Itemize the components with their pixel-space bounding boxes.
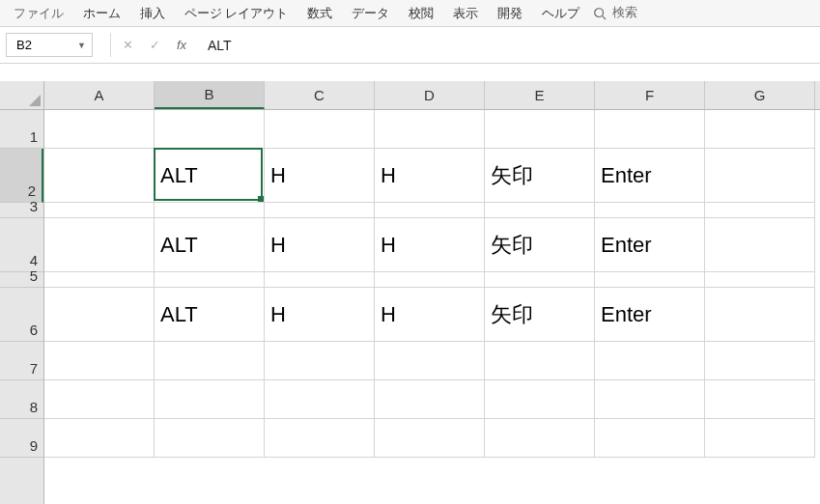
formula-input[interactable]: ALT	[198, 33, 814, 57]
tab-home[interactable]: ホーム	[73, 0, 130, 27]
cell-A2[interactable]	[44, 149, 155, 203]
cell-C8[interactable]	[265, 380, 375, 419]
tab-developer[interactable]: 開発	[488, 0, 532, 27]
cell-E6[interactable]: 矢印	[485, 288, 595, 342]
cell-C4[interactable]: H	[265, 218, 375, 272]
cell-F2[interactable]: Enter	[595, 149, 705, 203]
cell-B2[interactable]: ALT	[155, 149, 265, 203]
cell-B1[interactable]	[155, 110, 265, 149]
tab-formulas[interactable]: 数式	[297, 0, 342, 27]
cell-D8[interactable]	[375, 380, 485, 419]
cell-E3[interactable]	[485, 203, 595, 218]
row-header-8[interactable]: 8	[0, 380, 43, 419]
cell-C5[interactable]	[265, 272, 375, 288]
cell-F5[interactable]	[595, 272, 705, 288]
name-box-dropdown-icon[interactable]: ▼	[77, 41, 86, 50]
cell-E8[interactable]	[485, 380, 595, 419]
column-header-G[interactable]: G	[705, 81, 815, 109]
cell-F3[interactable]	[595, 203, 705, 218]
cell-F8[interactable]	[595, 380, 705, 419]
cell-F1[interactable]	[595, 110, 705, 149]
cell-D4[interactable]: H	[375, 218, 485, 272]
cell-E5[interactable]	[485, 272, 595, 288]
row-header-7[interactable]: 7	[0, 342, 43, 380]
cell-G1[interactable]	[705, 110, 815, 149]
table-row	[44, 342, 820, 380]
tab-help[interactable]: ヘルプ	[532, 0, 589, 27]
cell-D2[interactable]: H	[375, 149, 485, 203]
cell-B6[interactable]: ALT	[155, 288, 265, 342]
cell-A5[interactable]	[44, 272, 155, 288]
cell-D7[interactable]	[375, 342, 485, 380]
cell-E7[interactable]	[485, 342, 595, 380]
tab-review[interactable]: 校閲	[399, 0, 443, 27]
cell-B8[interactable]	[155, 380, 265, 419]
cell-F7[interactable]	[595, 342, 705, 380]
cell-E4[interactable]: 矢印	[485, 218, 595, 272]
cell-B7[interactable]	[155, 342, 265, 380]
cell-G5[interactable]	[705, 272, 815, 288]
tab-data[interactable]: データ	[342, 0, 399, 27]
formula-enter-button[interactable]: ✓	[146, 37, 163, 54]
insert-function-button[interactable]: fx	[173, 37, 190, 54]
row-header-9[interactable]: 9	[0, 419, 43, 458]
column-header-D[interactable]: D	[375, 81, 485, 109]
ribbon-tabs: ファイル ホーム 挿入 ページ レイアウト 数式 データ 校閲 表示 開発 ヘル…	[0, 0, 820, 27]
row-header-3[interactable]: 3	[0, 203, 43, 218]
row-header-1[interactable]: 1	[0, 110, 43, 149]
cell-E1[interactable]	[485, 110, 595, 149]
cell-A4[interactable]	[44, 218, 155, 272]
cell-C1[interactable]	[265, 110, 375, 149]
cell-F4[interactable]: Enter	[595, 218, 705, 272]
row-header-5[interactable]: 5	[0, 272, 43, 288]
cell-C6[interactable]: H	[265, 288, 375, 342]
cell-D6[interactable]: H	[375, 288, 485, 342]
row-header-6[interactable]: 6	[0, 288, 43, 342]
column-header-E[interactable]: E	[485, 81, 595, 109]
cell-A9[interactable]	[44, 419, 155, 458]
cell-C3[interactable]	[265, 203, 375, 218]
row-header-4[interactable]: 4	[0, 218, 43, 272]
cell-B4[interactable]: ALT	[155, 218, 265, 272]
column-header-F[interactable]: F	[595, 81, 705, 109]
cell-C7[interactable]	[265, 342, 375, 380]
cell-A3[interactable]	[44, 203, 155, 218]
cell-G2[interactable]	[705, 149, 815, 203]
tab-file[interactable]: ファイル	[4, 0, 73, 27]
column-header-B[interactable]: B	[155, 81, 265, 109]
cell-A1[interactable]	[44, 110, 155, 149]
cell-D9[interactable]	[375, 419, 485, 458]
table-row: ALTHH矢印Enter	[44, 288, 820, 342]
tab-view[interactable]: 表示	[443, 0, 488, 27]
cell-G3[interactable]	[705, 203, 815, 218]
select-all-corner[interactable]	[0, 81, 44, 110]
cell-G8[interactable]	[705, 380, 815, 419]
cell-F9[interactable]	[595, 419, 705, 458]
cell-C9[interactable]	[265, 419, 375, 458]
cell-D1[interactable]	[375, 110, 485, 149]
cell-E2[interactable]: 矢印	[485, 149, 595, 203]
cell-B9[interactable]	[155, 419, 265, 458]
cell-D3[interactable]	[375, 203, 485, 218]
cell-G4[interactable]	[705, 218, 815, 272]
formula-cancel-button[interactable]: ✕	[119, 37, 136, 54]
cell-D5[interactable]	[375, 272, 485, 288]
cell-E9[interactable]	[485, 419, 595, 458]
tell-me-search[interactable]: 検索	[593, 5, 637, 21]
tab-page-layout[interactable]: ページ レイアウト	[175, 0, 297, 27]
cell-G7[interactable]	[705, 342, 815, 380]
cell-G9[interactable]	[705, 419, 815, 458]
row-header-2[interactable]: 2	[0, 149, 43, 203]
cell-A8[interactable]	[44, 380, 155, 419]
column-header-C[interactable]: C	[265, 81, 375, 109]
name-box[interactable]: B2 ▼	[6, 33, 93, 57]
cell-F6[interactable]: Enter	[595, 288, 705, 342]
column-header-A[interactable]: A	[44, 81, 155, 109]
cell-B5[interactable]	[155, 272, 265, 288]
cell-B3[interactable]	[155, 203, 265, 218]
cell-A7[interactable]	[44, 342, 155, 380]
tab-insert[interactable]: 挿入	[130, 0, 175, 27]
cell-A6[interactable]	[44, 288, 155, 342]
cell-C2[interactable]: H	[265, 149, 375, 203]
cell-G6[interactable]	[705, 288, 815, 342]
